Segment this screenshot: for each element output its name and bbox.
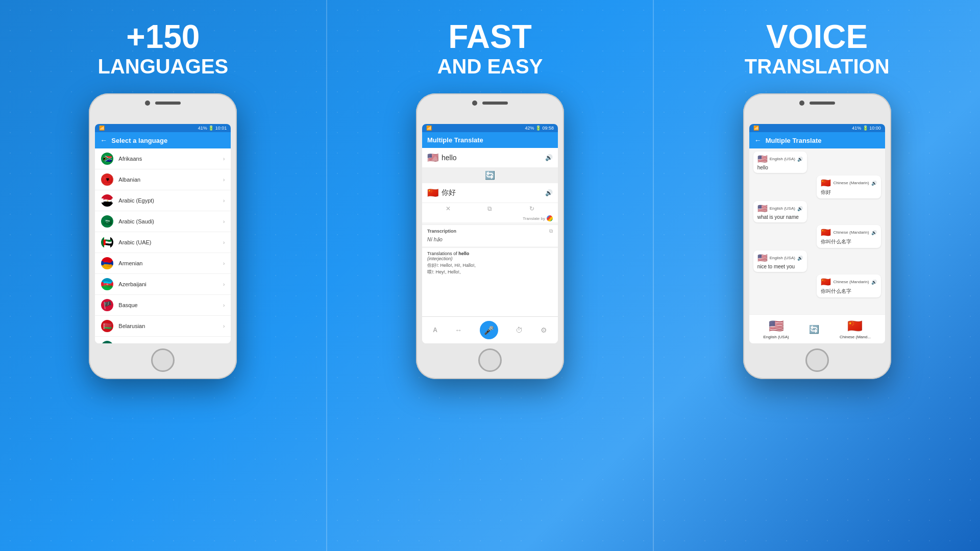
bubble-sound-cn-2[interactable]: 🔊: [871, 230, 877, 235]
transcription-label: Transcription: [427, 229, 456, 234]
panel-1-title: +150 LANGUAGES: [98, 20, 229, 78]
chat-area: 🇺🇸 English (USA) 🔊 hello 🇨🇳 Chinese (Man…: [749, 148, 885, 314]
mic-divider-icon[interactable]: 🔄: [485, 170, 495, 180]
lang-name-arabic-egypt: Arabic (Egypt): [118, 197, 223, 204]
lang-item-albanian[interactable]: 🇦🇱 Albanian ›: [95, 169, 231, 190]
bubble-sound-us-2[interactable]: 🔊: [797, 206, 803, 211]
lang-name-basque: Basque: [118, 302, 223, 308]
lang-right-name: Chinese (Mand...: [840, 335, 871, 339]
bubble-sound-cn-1[interactable]: 🔊: [871, 181, 877, 186]
flag-azerbaijani: 🇦🇿: [101, 278, 113, 290]
bubble-sound-cn-3[interactable]: 🔊: [871, 280, 877, 285]
back-arrow-3[interactable]: ←: [754, 136, 762, 144]
lang-swap-btn[interactable]: 🔄: [809, 324, 819, 334]
phone-3: 📶 41% 🔋 10:00 ← Multiple Translate 🇺🇸 En…: [743, 93, 891, 379]
phone-2-camera: [472, 101, 477, 106]
lang-item-arabic-saudi[interactable]: 🇸🇦 Arabic (Saudi) ›: [95, 211, 231, 232]
back-arrow-1[interactable]: ←: [100, 136, 107, 144]
panel-2-sub: AND EASY: [437, 55, 543, 78]
translate-content: 🇺🇸 hello 🔊 🔄 🇨🇳 你好 �: [422, 148, 558, 316]
bubble-flag-cn-3: 🇨🇳: [821, 277, 831, 287]
nav-text-btn[interactable]: A: [433, 327, 437, 334]
nav-swap-btn[interactable]: ↔: [455, 326, 462, 334]
phone-1-home[interactable]: [151, 348, 175, 372]
lang-name-arabic-saudi: Arabic (Saudi): [118, 218, 223, 224]
panel-3-sub: TRANSLATION: [745, 55, 890, 78]
panel-2-big: FAST: [437, 20, 543, 53]
panel-1-sub: LANGUAGES: [98, 55, 229, 78]
phone-2-notch: [416, 101, 564, 106]
transcription-box: Transcription ⧉ Ní hǎo: [422, 224, 558, 246]
bubble-nihao-cn: 🇨🇳 Chinese (Mandarin) 🔊 你好: [817, 176, 880, 198]
action-row: ✕ ⧉ ↻: [422, 203, 558, 214]
status-time-1: 41% 🔋 10:01: [198, 126, 227, 131]
bubble-text-us-2: what is your name: [757, 214, 803, 220]
lang-left-flag: 🇺🇸: [769, 319, 784, 333]
bubble-text-us-3: nice to meet you: [757, 264, 803, 269]
target-sound-btn[interactable]: 🔊: [545, 189, 553, 196]
status-signal-3: 📶: [753, 126, 759, 131]
bubble-lang-us-2: English (USA): [770, 206, 795, 211]
nav-history-btn[interactable]: ⏱: [516, 326, 523, 334]
translate-by-row: Translate by: [422, 214, 558, 222]
status-time-3: 41% 🔋 10:00: [852, 126, 881, 131]
bubble-flag-us-1: 🇺🇸: [757, 154, 768, 164]
close-btn[interactable]: ✕: [446, 205, 451, 212]
bubble-flag-us-2: 🇺🇸: [757, 204, 768, 213]
translations-type: (interjection): [427, 256, 553, 261]
language-list: 🇿🇦 Afrikaans › 🇦🇱 Albanian › 🇪🇬 Arabic (…: [95, 148, 231, 343]
bubble-sound-us-3[interactable]: 🔊: [797, 256, 803, 261]
target-box: 🇨🇳 你好 🔊: [422, 183, 558, 203]
bubble-meet-cn: 🇨🇳 Chinese (Mandarin) 🔊 你叫什么名字: [817, 274, 880, 297]
target-flag: 🇨🇳: [427, 187, 438, 198]
google-logo: [547, 215, 553, 221]
lang-name-afrikaans: Afrikaans: [118, 156, 223, 162]
arrow-armenian: ›: [223, 261, 225, 266]
app-header-1: ← Select a language: [95, 132, 231, 148]
lang-item-belarusian[interactable]: 🇧🇾 Belarusian ›: [95, 316, 231, 337]
flag-belarusian: 🇧🇾: [101, 320, 113, 332]
lang-item-armenian[interactable]: 🇦🇲 Armenian ›: [95, 253, 231, 274]
phone-2-home[interactable]: [478, 348, 502, 372]
lang-item-basque[interactable]: 🏴 Basque ›: [95, 295, 231, 316]
lang-item-bengali[interactable]: 🇧🇩 Bengali ›: [95, 337, 231, 343]
flag-arabic-uae: 🇦🇪: [101, 236, 113, 248]
main-layout: +150 LANGUAGES 📶 41% 🔋 10:01 ← Select a …: [0, 0, 980, 551]
copy-btn[interactable]: ⧉: [487, 205, 492, 212]
source-sound-btn[interactable]: 🔊: [545, 154, 553, 161]
panel-1-big: +150: [98, 20, 229, 53]
arrow-belarusian: ›: [223, 323, 225, 329]
phone-1: 📶 41% 🔋 10:01 ← Select a language 🇿🇦 Afr…: [89, 93, 237, 379]
lang-item-afrikaans[interactable]: 🇿🇦 Afrikaans ›: [95, 148, 231, 169]
phone-1-notch: [89, 101, 237, 106]
phone-3-home[interactable]: [805, 348, 829, 372]
flag-afrikaans: 🇿🇦: [101, 153, 113, 165]
translations-title: Translations of hello: [427, 251, 553, 256]
lang-left-item[interactable]: 🇺🇸 English (USA): [763, 319, 789, 339]
phone-1-camera: [145, 101, 150, 106]
lang-left-name: English (USA): [763, 335, 789, 339]
bubble-lang-cn-2: Chinese (Mandarin): [833, 230, 869, 235]
copy-transcription-btn[interactable]: ⧉: [549, 228, 553, 234]
lang-item-arabic-uae[interactable]: 🇦🇪 Arabic (UAE) ›: [95, 232, 231, 253]
nav-settings-btn[interactable]: ⚙: [541, 326, 547, 334]
voice-content: 🇺🇸 English (USA) 🔊 hello 🇨🇳 Chinese (Man…: [749, 148, 885, 343]
bubble-name-en: 🇺🇸 English (USA) 🔊 what is your name: [753, 201, 807, 222]
bottom-nav-2: A ↔ 🎤 ⏱ ⚙: [422, 316, 558, 343]
header-title-3: Multiple Translate: [766, 137, 822, 144]
lang-item-arabic-egypt[interactable]: 🇪🇬 Arabic (Egypt) ›: [95, 190, 231, 211]
bubble-text-cn-1: 你好: [821, 189, 876, 196]
translate-by-label: Translate by: [523, 216, 545, 221]
bubble-name-cn: 🇨🇳 Chinese (Mandarin) 🔊 你叫什么名字: [817, 225, 880, 248]
bubble-meet-en: 🇺🇸 English (USA) 🔊 nice to meet you: [753, 251, 807, 272]
nav-mic-btn[interactable]: 🎤: [480, 321, 498, 339]
lang-right-item[interactable]: 🇨🇳 Chinese (Mand...: [840, 319, 871, 339]
refresh-btn[interactable]: ↻: [529, 205, 534, 212]
bubble-sound-us-1[interactable]: 🔊: [797, 157, 803, 162]
phone-2: 📶 42% 🔋 09:58 Multiple Translate 🇺🇸 hell…: [416, 93, 564, 379]
header-title-1: Select a language: [111, 137, 167, 144]
source-text: hello: [442, 154, 457, 162]
status-time-2: 42% 🔋 09:58: [525, 126, 554, 131]
source-box: 🇺🇸 hello 🔊: [422, 148, 558, 167]
lang-item-azerbaijani[interactable]: 🇦🇿 Azerbaijani ›: [95, 274, 231, 295]
